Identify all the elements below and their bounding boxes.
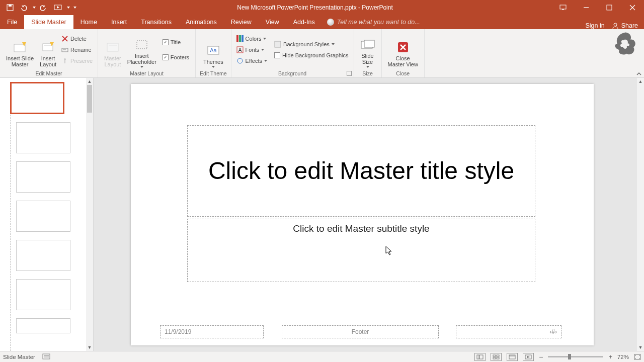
layout-thumbnail-1[interactable] <box>16 122 70 153</box>
status-bar: Slide Master − + 72% <box>0 351 644 362</box>
tell-me-search[interactable]: Tell me what you want to do... <box>322 15 425 29</box>
scrollbar-handle[interactable] <box>87 85 92 113</box>
scroll-up-icon[interactable]: ▲ <box>637 78 644 85</box>
slide-master-thumbnail[interactable] <box>10 82 64 114</box>
layout-thumbnail-6[interactable] <box>16 318 70 333</box>
date-placeholder[interactable]: 11/9/2019 <box>160 325 264 338</box>
zoom-level[interactable]: 72% <box>617 354 629 360</box>
reading-view-button[interactable] <box>507 353 518 361</box>
ribbon-display-options[interactable] <box>551 0 575 15</box>
normal-view-icon <box>476 354 484 359</box>
slide-number-placeholder[interactable]: ‹#› <box>456 325 561 338</box>
subtitle-placeholder[interactable]: Click to edit Master subtitle style <box>187 219 535 282</box>
insert-placeholder-button[interactable]: Insert Placeholder <box>125 32 158 68</box>
slideshow-view-button[interactable] <box>523 353 534 361</box>
thumbnail-pane: ▲ ▼ <box>0 78 94 351</box>
layout-thumbnail-4[interactable] <box>16 240 70 271</box>
effects-icon <box>236 57 244 64</box>
effects-button[interactable]: Effects <box>235 55 268 66</box>
svg-rect-44 <box>509 355 515 359</box>
insert-layout-button[interactable]: Insert Layout <box>38 32 58 68</box>
undo-icon <box>20 4 29 11</box>
qat-customize[interactable] <box>71 0 78 15</box>
tab-addins[interactable]: Add-Ins <box>286 15 322 29</box>
chevron-down-icon <box>264 60 267 62</box>
start-slideshow-button[interactable] <box>51 0 65 15</box>
normal-view-button[interactable] <box>474 353 486 361</box>
minimize-button[interactable] <box>575 0 598 15</box>
fonts-icon: A <box>236 46 244 53</box>
ribbon-tabs: File Slide Master Home Insert Transition… <box>0 15 644 29</box>
rename-icon <box>61 46 68 53</box>
svg-rect-25 <box>242 35 244 42</box>
themes-button[interactable]: Aa Themes <box>201 32 225 68</box>
footers-checkbox[interactable]: ✓Footers <box>162 52 190 63</box>
zoom-in-button[interactable]: + <box>608 353 612 360</box>
svg-rect-42 <box>493 357 496 359</box>
layout-thumbnail-5[interactable] <box>16 279 70 310</box>
master-layout-icon <box>106 42 119 53</box>
slide-size-button[interactable]: Slide Size <box>358 32 377 68</box>
slide-master-canvas[interactable]: Click to edit Master title style Click t… <box>131 84 594 345</box>
scroll-down-icon[interactable]: ▼ <box>86 344 93 351</box>
zoom-slider[interactable] <box>548 356 603 357</box>
checkbox-checked-icon: ✓ <box>163 39 169 45</box>
close-master-view-button[interactable]: Close Master View <box>386 32 420 68</box>
canvas-scrollbar[interactable]: ▲ ▼ <box>637 78 644 351</box>
fit-icon <box>634 354 641 360</box>
svg-text:Aa: Aa <box>210 47 217 53</box>
redo-button[interactable] <box>37 0 51 15</box>
close-master-icon <box>397 41 409 53</box>
tab-insert[interactable]: Insert <box>104 15 134 29</box>
rename-button[interactable]: Rename <box>60 44 94 55</box>
hide-background-checkbox[interactable]: Hide Background Graphics <box>273 50 349 61</box>
thumbnail-scrollbar[interactable]: ▲ ▼ <box>86 78 93 351</box>
background-styles-button[interactable]: Background Styles <box>273 39 349 50</box>
lightbulb-icon <box>327 19 334 26</box>
svg-rect-9 <box>14 44 25 52</box>
title-placeholder[interactable]: Click to edit Master title style <box>187 125 535 217</box>
tab-file[interactable]: File <box>0 15 24 29</box>
scroll-down-icon[interactable]: ▼ <box>637 344 644 351</box>
footer-placeholder[interactable]: Footer <box>282 325 439 338</box>
undo-button[interactable] <box>17 0 31 15</box>
undo-dropdown[interactable] <box>31 0 37 15</box>
svg-rect-39 <box>479 355 483 359</box>
share-button[interactable]: Share <box>612 22 638 29</box>
tab-transitions[interactable]: Transitions <box>134 15 179 29</box>
tab-view[interactable]: View <box>259 15 286 29</box>
sorter-view-button[interactable] <box>491 353 502 361</box>
sign-in-link[interactable]: Sign in <box>585 22 604 29</box>
tab-animations[interactable]: Animations <box>179 15 224 29</box>
reading-view-icon <box>509 354 516 359</box>
scroll-up-icon[interactable]: ▲ <box>86 78 93 85</box>
maximize-icon <box>606 5 612 11</box>
layout-thumbnail-2[interactable] <box>16 161 70 193</box>
svg-point-8 <box>614 23 617 26</box>
chevron-down-icon <box>33 7 36 9</box>
placeholder-icon <box>135 39 148 50</box>
colors-button[interactable]: Colors <box>235 33 268 44</box>
tab-slide-master[interactable]: Slide Master <box>24 15 73 29</box>
delete-button[interactable]: Delete <box>60 33 94 44</box>
tell-me-placeholder: Tell me what you want to do... <box>337 19 420 26</box>
tab-review[interactable]: Review <box>224 15 259 29</box>
title-bar: New Microsoft PowerPoint Presentation.pp… <box>0 0 644 15</box>
background-dialog-launcher[interactable] <box>347 71 352 76</box>
save-button[interactable] <box>3 0 17 15</box>
preserve-button[interactable]: Preserve <box>60 55 94 66</box>
start-slideshow-dropdown[interactable] <box>65 0 71 15</box>
zoom-out-button[interactable]: − <box>539 353 543 361</box>
notes-button[interactable] <box>42 353 50 360</box>
insert-slide-master-button[interactable]: Insert Slide Master <box>4 32 36 68</box>
fit-to-window-button[interactable] <box>634 354 641 360</box>
maximize-button[interactable] <box>598 0 621 15</box>
collapse-ribbon[interactable] <box>636 71 642 76</box>
title-checkbox[interactable]: ✓Title <box>162 37 190 48</box>
close-button[interactable] <box>621 0 644 15</box>
fonts-button[interactable]: AFonts <box>235 44 268 55</box>
group-background: Colors AFonts Effects Background Styles … <box>231 29 354 77</box>
layout-thumbnail-3[interactable] <box>16 201 70 232</box>
zoom-slider-handle[interactable] <box>568 354 571 359</box>
tab-home[interactable]: Home <box>73 15 104 29</box>
